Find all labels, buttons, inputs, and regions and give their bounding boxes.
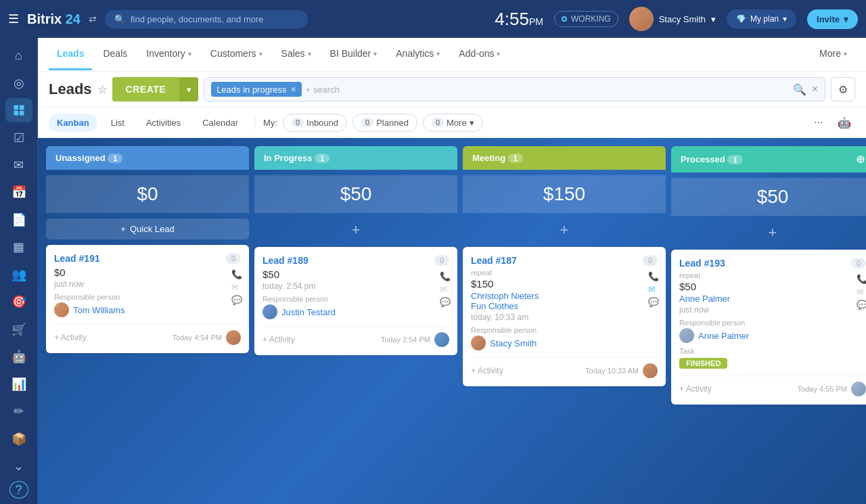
working-label: WORKING <box>571 14 611 24</box>
card-187-company[interactable]: Fun Clothes <box>471 301 658 311</box>
user-avatar <box>629 7 654 31</box>
chip-more[interactable]: 0 More ▾ <box>423 114 483 132</box>
favorite-star-icon[interactable]: ☆ <box>97 83 107 96</box>
working-badge[interactable]: WORKING <box>554 11 618 27</box>
card-193-person-label: Responsible person <box>679 319 866 327</box>
create-dropdown-button[interactable]: ▾ <box>179 78 198 101</box>
filter-tag-close-icon[interactable]: × <box>290 84 296 95</box>
nav-item-addons[interactable]: Add-ons ▾ <box>451 39 508 70</box>
nav-item-bibuilder[interactable]: BI Builder ▾ <box>322 39 386 70</box>
sidebar-item-tasks[interactable]: ☑ <box>5 125 32 150</box>
filter-tag-label: Leads in progress <box>216 85 286 95</box>
sidebar-item-contacts[interactable]: 👥 <box>5 262 32 287</box>
tab-activities[interactable]: Activities <box>138 114 189 132</box>
card-191-chat-icon[interactable]: 💬 <box>231 295 242 305</box>
card-191-phone-icon[interactable]: 📞 <box>231 269 242 279</box>
nav-item-leads[interactable]: Leads <box>49 39 92 70</box>
tab-list[interactable]: List <box>103 114 133 132</box>
settings-icon[interactable]: ⇄ <box>89 14 97 24</box>
card-191-mail-icon[interactable]: ✉ <box>231 282 242 292</box>
sidebar-item-reports[interactable]: ▦ <box>5 235 32 259</box>
sidebar-item-goals[interactable]: 🎯 <box>5 290 32 314</box>
card-187-person[interactable]: Stacy Smith <box>471 336 658 350</box>
card-193-mail-icon[interactable]: ✉ <box>857 287 866 297</box>
card-189-person[interactable]: Justin Testard <box>263 304 449 319</box>
sidebar-item-help[interactable]: ? <box>9 481 28 499</box>
create-button[interactable]: CREATE <box>112 77 180 101</box>
col-amount-meeting: $150 <box>463 175 666 213</box>
card-191-badge: 0 <box>226 253 241 264</box>
card-189-icons: 📞 ✉ 💬 <box>440 271 451 307</box>
card-189-title[interactable]: Lead #189 <box>263 255 309 266</box>
quick-lead-label: Quick Lead <box>130 224 175 234</box>
card-191-title[interactable]: Lead #191 <box>54 253 100 264</box>
card-187-avatar <box>471 336 486 350</box>
tab-calendar[interactable]: Calendar <box>194 114 246 132</box>
filter-clear-icon[interactable]: × <box>812 83 818 96</box>
card-193-chat-icon[interactable]: 💬 <box>857 300 866 310</box>
nav-item-customers[interactable]: Customers ▾ <box>202 39 271 70</box>
sidebar-item-chat[interactable]: ✉ <box>5 153 32 177</box>
invite-button[interactable]: Invite ▾ <box>807 9 858 29</box>
card-193-person[interactable]: Anne Palmer <box>679 328 866 343</box>
nav-item-inventory[interactable]: Inventory ▾ <box>138 39 200 70</box>
card-187-contact[interactable]: Christoph Nieters <box>471 291 658 301</box>
nav-item-sales[interactable]: Sales ▾ <box>273 39 319 70</box>
card-189-chat-icon[interactable]: 💬 <box>440 297 451 307</box>
sidebar-item-crm[interactable] <box>5 98 32 122</box>
inventory-arrow-icon: ▾ <box>188 50 191 58</box>
sidebar-item-home[interactable]: ⌂ <box>5 43 32 68</box>
col-add-processed-icon[interactable]: ⊕ <box>856 153 865 166</box>
card-191-activity-button[interactable]: + Activity <box>54 333 87 342</box>
user-section[interactable]: Stacy Smith ▾ <box>629 7 716 31</box>
chip-inbound[interactable]: 0 Inbound <box>283 114 347 132</box>
sidebar-item-edit[interactable]: ✏ <box>5 399 32 423</box>
card-189-phone-icon[interactable]: 📞 <box>440 271 451 281</box>
column-inprogress: In Progress 1 $50 + Lead #189 0 $50 toda… <box>254 146 457 496</box>
filter-tag-leads-in-progress[interactable]: Leads in progress × <box>211 82 302 97</box>
card-187-phone-icon[interactable]: 📞 <box>648 271 659 281</box>
chip-planned[interactable]: 0 Planned <box>352 114 417 132</box>
card-191-person[interactable]: Tom Williams <box>54 302 241 317</box>
card-189-footer: + Activity Today 2:54 PM <box>263 326 449 347</box>
card-189-activity-button[interactable]: + Activity <box>263 335 295 344</box>
nav-item-more[interactable]: More ▾ <box>811 39 855 70</box>
sidebar-item-calendar[interactable]: 📅 <box>5 180 32 204</box>
sidebar-item-shop[interactable]: 🛒 <box>5 317 32 342</box>
add-card-inprogress[interactable]: + <box>254 219 457 242</box>
search-bar[interactable]: 🔍 <box>105 10 308 28</box>
sidebar-item-analytics[interactable]: 📊 <box>5 371 32 396</box>
column-settings-button[interactable]: ⚙ <box>831 77 855 101</box>
more-options-button[interactable]: ··· <box>808 112 829 133</box>
sidebar-item-documents[interactable]: 📄 <box>5 208 32 232</box>
quick-lead-button[interactable]: + Quick Lead <box>46 219 249 239</box>
plan-button[interactable]: 💎 My plan ▾ <box>727 9 796 28</box>
card-193-title[interactable]: Lead #193 <box>679 258 725 269</box>
card-193-phone-icon[interactable]: 📞 <box>857 274 866 284</box>
robot-button[interactable]: 🤖 <box>834 112 855 133</box>
sidebar-item-more[interactable]: ⌄ <box>5 454 32 478</box>
sidebar-item-storage[interactable]: 📦 <box>5 426 32 451</box>
filter-search-input[interactable] <box>306 85 789 95</box>
card-187-mail-icon[interactable]: ✉ <box>648 284 659 294</box>
card-189-mail-icon[interactable]: ✉ <box>440 284 451 294</box>
sidebar-item-automation[interactable]: 🤖 <box>5 344 32 369</box>
tab-kanban[interactable]: Kanban <box>49 114 97 132</box>
card-187-time: today, 10:33 am <box>471 313 658 322</box>
card-187-activity-button[interactable]: + Activity <box>471 366 503 375</box>
card-187-chat-icon[interactable]: 💬 <box>648 297 659 307</box>
nav-item-deals[interactable]: Deals <box>95 39 135 70</box>
sidebar-item-feed[interactable]: ◎ <box>5 70 32 95</box>
time-suffix: PM <box>529 16 543 27</box>
card-193-activity-button[interactable]: + Activity <box>679 384 712 394</box>
filter-search-icon[interactable]: 🔍 <box>793 83 806 96</box>
hamburger-menu[interactable]: ☰ <box>8 12 19 26</box>
nav-item-analytics[interactable]: Analytics ▾ <box>388 39 448 70</box>
search-input[interactable] <box>131 14 298 24</box>
filter-bar: Leads in progress × 🔍 × <box>204 77 825 101</box>
add-card-processed[interactable]: + <box>671 221 866 244</box>
card-193-repeat: repeat <box>679 271 866 279</box>
add-card-meeting[interactable]: + <box>463 219 666 242</box>
card-187-title[interactable]: Lead #187 <box>471 255 517 266</box>
card-193-person-main[interactable]: Anne Palmer <box>679 294 866 304</box>
